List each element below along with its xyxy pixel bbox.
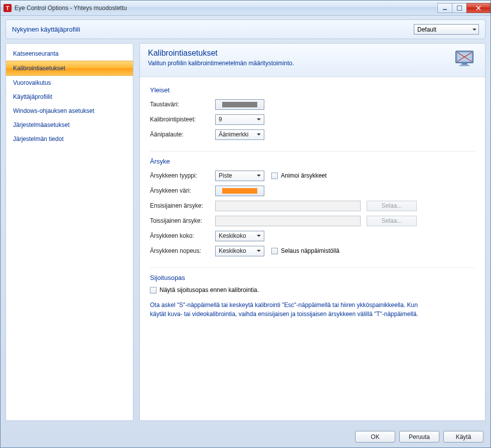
profile-select[interactable]: Default [414,24,479,35]
primary-browse-button[interactable]: Selaa... [367,201,417,211]
window: T Eye Control Options - Yhteys muodostet… [0,0,491,448]
stimulus-speed-label: Ärsykkeen nopeus: [150,247,215,254]
placement-checkbox[interactable] [150,287,156,293]
stimulus-type-label: Ärsykkeen tyyppi: [150,172,215,179]
sidebar-item-calibration[interactable]: Kalibrointiasetukset [6,61,133,76]
stimulus-color-swatch [222,188,257,194]
sidebar-item-system-info[interactable]: Järjestelmän tiedot [6,132,133,146]
section-general: Yleiset Taustaväri: Kalibrointipisteet: … [150,86,475,152]
profile-label: Nykyinen käyttäjäprofiili [12,26,80,33]
content: Kalibrointiasetukset Valitun profiilin k… [139,43,485,421]
section-placement: Sijoitusopas Näytä sijoitusopas ennen ka… [150,274,475,326]
placement-checkbox-wrap[interactable]: Näytä sijoitusopas ennen kalibrointia. [150,286,475,293]
section-general-heading: Yleiset [150,86,475,94]
sidebar-item-profiles[interactable]: Käyttäjäprofiilit [6,90,133,104]
section-placement-heading: Sijoitusopas [150,274,475,281]
chevron-down-icon [257,118,261,120]
primary-stimulus-label: Ensisijainen ärsyke: [150,202,215,209]
chevron-down-icon [257,175,261,177]
secondary-browse-button[interactable]: Selaa... [367,216,417,226]
stimulus-size-select[interactable]: Keskikoko [215,231,264,241]
close-icon [476,6,481,11]
chevron-down-icon [257,250,261,252]
footer: OK Peruuta Käytä [1,426,490,447]
cancel-button[interactable]: Peruuta [399,431,439,442]
apply-button[interactable]: Käytä [443,431,483,442]
stimulus-speed-select[interactable]: Keskikoko [215,246,264,256]
sidebar-item-interaction[interactable]: Vuorovaikutus [6,76,133,90]
maximize-button[interactable] [452,3,467,13]
placement-checkbox-label: Näytä sijoitusopas ennen kalibrointia. [159,286,259,293]
primary-stimulus-input[interactable] [215,201,361,211]
chevron-down-icon [257,133,261,135]
content-subtitle: Valitun profiilin kalibrointimenetelmän … [148,60,453,67]
sidebar-item-system-settings[interactable]: Järjestelmäasetukset [6,118,133,132]
chevron-down-icon [257,235,261,237]
chevron-down-icon [472,29,476,31]
window-title: Eye Control Options - Yhteys muodostettu [15,5,127,12]
minimize-button[interactable] [437,3,452,13]
secondary-stimulus-label: Toissijainen ärsyke: [150,217,215,224]
svg-rect-3 [459,65,469,66]
stimulus-size-label: Ärsykkeen koko: [150,232,215,239]
content-body: Yleiset Taustaväri: Kalibrointipisteet: … [140,77,485,339]
app-icon: T [4,4,12,12]
points-label: Kalibrointipisteet: [150,116,215,123]
animate-checkbox-wrap[interactable]: Animoi ärsykkeet [271,172,326,179]
section-stimulus: Ärsyke Ärsykkeen tyyppi: Piste Animoi är… [150,158,475,268]
content-title: Kalibrointiasetukset [148,49,453,58]
sidebar: Katseenseuranta Kalibrointiasetukset Vuo… [6,43,133,421]
sound-value: Äänimerkki [219,131,248,138]
titlebar: T Eye Control Options - Yhteys muodostet… [1,1,490,16]
stimulus-type-select[interactable]: Piste [215,171,264,181]
stimulus-speed-value: Keskikoko [219,247,246,254]
keyboard-step-checkbox[interactable] [271,248,278,254]
stimulus-size-value: Keskikoko [219,232,246,239]
background-color-button[interactable] [215,99,264,110]
sound-select[interactable]: Äänimerkki [215,129,264,140]
points-value: 9 [219,116,222,123]
points-select[interactable]: 9 [215,114,264,125]
monitor-icon [453,49,477,70]
background-label: Taustaväri: [150,101,215,108]
stimulus-color-label: Ärsykkeen väri: [150,187,215,194]
svg-rect-2 [462,63,467,65]
profile-bar: Nykyinen käyttäjäprofiili Default [6,20,485,39]
sidebar-item-windows-control[interactable]: Windows-ohjauksen asetukset [6,104,133,118]
help-text: Ota askel "S"-näppäimellä tai keskeytä k… [150,301,431,319]
window-controls [438,3,490,13]
profile-selected-value: Default [417,26,436,33]
body-area: Katseenseuranta Kalibrointiasetukset Vuo… [1,43,490,426]
stimulus-type-value: Piste [219,172,232,179]
section-stimulus-heading: Ärsyke [150,158,475,165]
keyboard-step-label: Selaus näppäimistöllä [281,247,340,254]
animate-checkbox[interactable] [271,173,278,179]
animate-label: Animoi ärsykkeet [281,172,326,179]
secondary-stimulus-input[interactable] [215,216,361,226]
sound-label: Äänipalaute: [150,131,215,138]
ok-button[interactable]: OK [355,431,395,442]
stimulus-color-button[interactable] [215,186,264,196]
background-color-swatch [222,102,257,107]
close-button[interactable] [466,3,490,13]
keyboard-step-checkbox-wrap[interactable]: Selaus näppäimistöllä [271,247,340,254]
content-header: Kalibrointiasetukset Valitun profiilin k… [140,44,485,77]
sidebar-item-tracking[interactable]: Katseenseuranta [6,47,133,61]
